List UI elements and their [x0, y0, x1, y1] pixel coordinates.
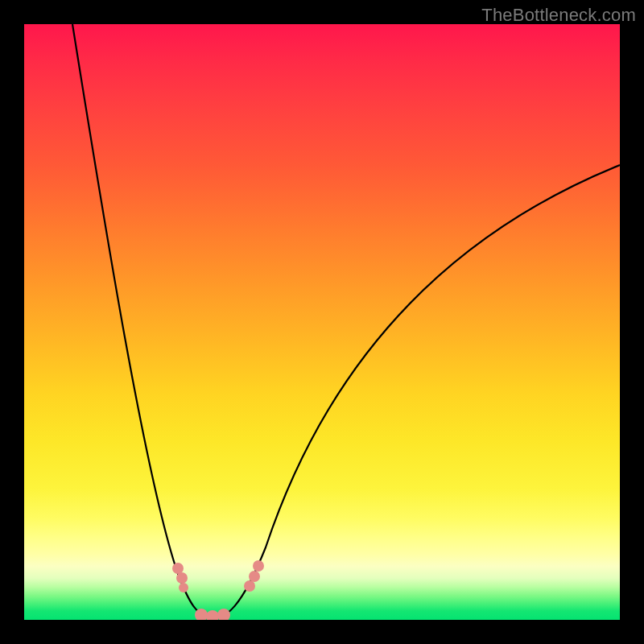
hl-dot — [206, 610, 219, 620]
hl-dot — [244, 580, 255, 592]
highlight-cluster — [172, 560, 264, 620]
plot-area — [24, 24, 620, 620]
hl-dot — [253, 560, 264, 572]
outer-frame: TheBottleneck.com — [0, 0, 644, 644]
bottleneck-curve — [72, 24, 620, 618]
hl-dot — [179, 583, 188, 592]
hl-dot — [176, 572, 188, 584]
hl-dot — [217, 609, 230, 620]
hl-dot — [172, 563, 184, 574]
watermark: TheBottleneck.com — [481, 5, 636, 26]
curve-svg — [24, 24, 620, 620]
hl-dot — [249, 571, 260, 582]
